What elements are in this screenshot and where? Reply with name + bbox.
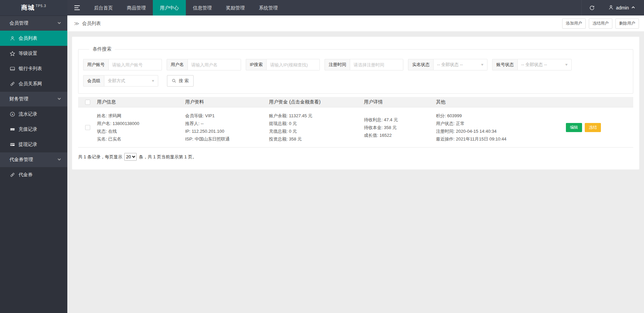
invest-total-amount[interactable]: 358 元 <box>289 136 302 142</box>
app-logo: 商城TP5.3 <box>0 0 67 15</box>
sidebar-item-member-list[interactable]: 会员列表 <box>0 31 67 46</box>
field-label: 会员等级: <box>185 113 205 118</box>
isp-value: 中国山东日照联通 <box>195 136 230 142</box>
chevron-down-icon <box>57 21 61 26</box>
field-label: 实名: <box>97 136 108 142</box>
sidebar-item-bank-card-list[interactable]: 银行卡列表 <box>0 61 67 76</box>
cell-user-info: 姓名: 求码网 用户名: 13800138000 状态: 在线 实名: 已实名 <box>97 112 185 143</box>
sidebar-item-member-network[interactable]: 会员关系网 <box>0 76 67 91</box>
sidebar-item-label: 提现记录 <box>19 142 37 148</box>
field-label: 姓名: <box>97 113 108 118</box>
freeze-button[interactable]: 冻结 <box>585 123 601 132</box>
search-icon <box>172 79 176 83</box>
sidebar-section-voucher-management[interactable]: 代金券管理 <box>0 152 67 167</box>
filter-member-group: 会员组 全部方式 ▼ <box>83 75 158 87</box>
page-size-select[interactable]: 20 <box>124 153 137 161</box>
username-input[interactable] <box>188 59 241 70</box>
sidebar-item-label: 代金券 <box>19 172 33 178</box>
chevron-up-icon <box>631 5 635 10</box>
field-label: 提现总额: <box>269 121 289 126</box>
person-icon <box>608 5 614 11</box>
select-value: -- 全部状态 -- <box>521 62 547 68</box>
select-all-checkbox[interactable] <box>85 100 90 105</box>
sidebar-item-transaction-records[interactable]: ¥ 流水记录 <box>0 106 67 122</box>
points-value: 603999 <box>447 113 462 118</box>
recharge-total-amount[interactable]: 0 元 <box>289 129 297 134</box>
sidebar-item-recharge-records[interactable]: PayPal 充值记录 <box>0 122 67 137</box>
user-account-input[interactable] <box>109 59 162 70</box>
sidebar-section-finance-management[interactable]: 财务管理 <box>0 91 67 106</box>
app-logo-version: TP5.3 <box>36 4 46 8</box>
chevron-down-icon <box>57 96 61 102</box>
nav-item-rewards[interactable]: 奖励管理 <box>219 0 252 15</box>
table-header: 用户信息 用户资料 用户资金 (点击金额查看) 用户详情 其他 <box>78 97 633 107</box>
sidebar-item-label: 银行卡列表 <box>19 66 42 72</box>
hamburger-menu-icon[interactable] <box>67 0 87 15</box>
row-checkbox[interactable] <box>85 125 90 130</box>
realname-status-select[interactable]: -- 全部状态 -- ▼ <box>434 59 487 70</box>
pending-interest-value: 47.4 元 <box>384 117 398 122</box>
cell-user-funds: 账户余额: 11327.45 元 提现总额: 0 元 充值总额: 0 元 投资总… <box>269 112 364 143</box>
field-label: ISP: <box>185 136 195 142</box>
field-label: 用户状态: <box>436 121 456 126</box>
breadcrumb-bar: ≫ 会员列表 添加用户 冻结用户 删除用户 <box>67 15 644 31</box>
filter-label: 用户账号 <box>83 59 109 70</box>
field-label: 待收利息: <box>364 117 384 122</box>
topbar-right: admin <box>581 0 644 15</box>
vip-level-value: VIP1 <box>205 113 214 118</box>
ip-value: 112.250.201.100 <box>192 129 225 134</box>
user-status-value: 正常 <box>456 121 465 126</box>
withdraw-total-amount[interactable]: 0 元 <box>289 121 297 126</box>
field-label: 推荐人: <box>185 121 201 126</box>
nav-item-dashboard[interactable]: 后台首页 <box>87 0 120 15</box>
page-title: 会员列表 <box>82 21 101 27</box>
username-link[interactable]: 13800138000 <box>112 121 139 126</box>
member-table: 用户信息 用户资料 用户资金 (点击金额查看) 用户详情 其他 姓名: 求码网 … <box>78 97 633 148</box>
ip-search-input[interactable] <box>267 59 320 70</box>
user-menu[interactable]: admin <box>602 0 644 15</box>
field-label: 用户名: <box>97 121 112 126</box>
column-header-user-profile: 用户资料 <box>185 99 269 105</box>
sidebar-item-withdrawal-records[interactable]: 提现记录 <box>0 137 67 152</box>
refresh-icon[interactable] <box>581 0 602 15</box>
link-icon <box>9 172 15 178</box>
column-header-other: 其他 <box>436 99 566 105</box>
nav-item-messages[interactable]: 信息管理 <box>186 0 219 15</box>
sidebar-item-label: 流水记录 <box>19 111 37 117</box>
balance-amount[interactable]: 11327.45 元 <box>289 113 312 118</box>
referrer-value: -- <box>201 121 204 126</box>
star-icon <box>9 51 15 56</box>
nav-item-system[interactable]: 系统管理 <box>252 0 285 15</box>
nav-item-products[interactable]: 商品管理 <box>120 0 153 15</box>
delete-user-button[interactable]: 删除用户 <box>615 19 639 29</box>
online-status-value: 在线 <box>108 129 117 134</box>
cell-user-detail: 待收利息: 47.4 元 待收本金: 358 元 成长值: 16522 <box>364 116 436 139</box>
filter-row-2: 会员组 全部方式 ▼ 搜 索 <box>83 75 628 87</box>
nav-item-user-center[interactable]: 用户中心 <box>153 0 186 15</box>
pending-principal-value: 358 元 <box>384 125 397 130</box>
edit-button[interactable]: 编辑 <box>566 123 582 132</box>
add-user-button[interactable]: 添加用户 <box>562 19 586 29</box>
search-button[interactable]: 搜 索 <box>167 75 194 87</box>
sidebar-item-level-settings[interactable]: 等级设置 <box>0 46 67 61</box>
filter-label: 注册时间 <box>325 59 350 70</box>
credit-card-icon <box>9 142 15 147</box>
sidebar-section-member-management[interactable]: 会员管理 <box>0 15 67 31</box>
account-status-select[interactable]: -- 全部状态 -- ▼ <box>518 59 572 70</box>
sidebar-item-label: 充值记录 <box>19 126 37 132</box>
filter-row-1: 用户账号 用户名 IP搜索 注册时间 实名状态 <box>83 59 628 70</box>
filter-label: IP搜索 <box>246 59 267 70</box>
svg-text:PayPal: PayPal <box>10 129 15 130</box>
member-group-select[interactable]: 全部方式 ▼ <box>104 75 158 87</box>
cell-actions: 编辑 冻结 <box>566 123 633 132</box>
verified-status-value: 已实名 <box>108 136 121 142</box>
breadcrumb-arrow-icon: ≫ <box>74 21 79 27</box>
growth-value: 16522 <box>379 133 392 138</box>
field-label: 待收本金: <box>364 125 384 130</box>
sidebar-item-vouchers[interactable]: 代金券 <box>0 167 67 182</box>
section-title: 财务管理 <box>9 96 28 102</box>
dropdown-arrow-icon: ▼ <box>565 63 569 66</box>
select-value: -- 全部状态 -- <box>437 62 463 68</box>
freeze-user-button[interactable]: 冻结用户 <box>589 19 612 29</box>
register-time-input[interactable] <box>350 59 403 70</box>
